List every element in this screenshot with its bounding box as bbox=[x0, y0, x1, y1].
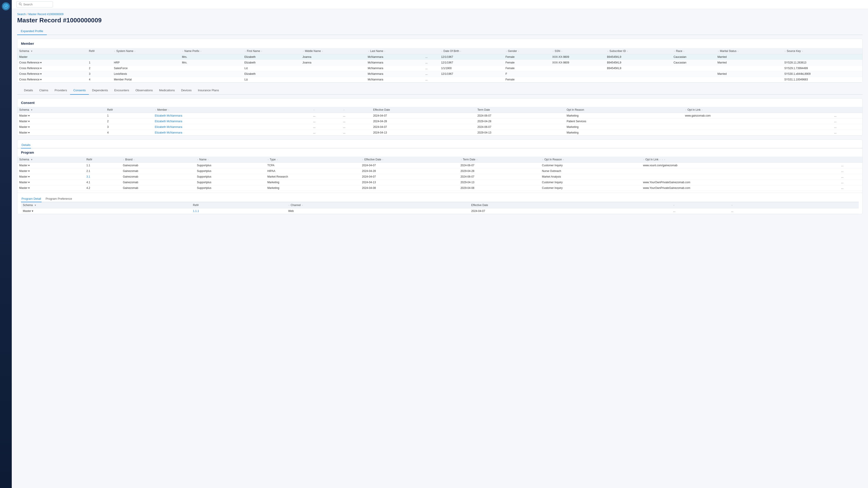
consent-col1: ... bbox=[311, 119, 341, 124]
nav-tab-insurance-plans[interactable]: Insurance Plans bbox=[195, 86, 222, 95]
cell-dob bbox=[439, 77, 504, 83]
prog-col-ref[interactable]: Ref# bbox=[85, 157, 121, 163]
consent-col-member[interactable]: ‹ Member › bbox=[153, 107, 311, 113]
nav-tab-devices[interactable]: Devices bbox=[178, 86, 195, 95]
col-prefix[interactable]: ‹ Name Prefix › bbox=[180, 48, 243, 54]
consent-table-row: Master ▾ 3 Elizabeth McNammara ... ... 2… bbox=[18, 124, 862, 130]
cell-ref: 1 bbox=[87, 60, 112, 66]
prog-detail-tab-program-detail[interactable]: Program Detail bbox=[21, 196, 41, 202]
consent-header: Consent bbox=[18, 98, 862, 107]
search-box[interactable] bbox=[16, 1, 53, 7]
nav-tab-consents[interactable]: Consents bbox=[70, 86, 89, 95]
prog-detail-tab-program-preference[interactable]: Program Preference bbox=[45, 196, 72, 202]
prog-detail-header: Schema ▼ Ref# ‹ Channel › Effective Date… bbox=[21, 202, 859, 208]
prog-col-trailing bbox=[839, 157, 862, 163]
member-table: Schema ▼ Ref# ‹ System Name › ‹ Name Pre… bbox=[18, 48, 862, 83]
cell-marital bbox=[716, 77, 782, 83]
cell-marital bbox=[716, 66, 782, 71]
nav-tab-claims[interactable]: Claims bbox=[36, 86, 52, 95]
pd-schema: Master ▾ bbox=[21, 208, 191, 214]
prog-col-term[interactable]: ‹ Term Date › bbox=[459, 157, 540, 163]
nav-tab-observations[interactable]: Observations bbox=[132, 86, 156, 95]
pd-col-schema[interactable]: Schema ▼ bbox=[21, 202, 191, 208]
pd-col-trailing1 bbox=[787, 202, 823, 208]
consent-col-nav2[interactable]: › bbox=[341, 107, 371, 113]
col-ssn[interactable]: ‹ SSN › bbox=[550, 48, 605, 54]
prog-col-name[interactable]: ‹ Name › bbox=[195, 157, 266, 163]
cell-dob: 12/1/1967 bbox=[439, 54, 504, 60]
cell-subscriber bbox=[605, 71, 672, 77]
sidebar bbox=[0, 0, 12, 488]
breadcrumb: Search / Master Record #1000000009 bbox=[17, 13, 863, 16]
prog-col-brand[interactable]: ‹ Brand › bbox=[121, 157, 195, 163]
prog-col-type[interactable]: ‹ Type › bbox=[266, 157, 360, 163]
prog-col-opt-in-link[interactable]: ‹ Opt In Link › ‹ › bbox=[641, 157, 839, 163]
pd-col-ref[interactable]: Ref# bbox=[191, 202, 286, 208]
cell-first: Elizabeth bbox=[243, 54, 301, 60]
col-gender[interactable]: ‹ Gender › bbox=[504, 48, 550, 54]
prog-col-opt-in-reason[interactable]: ‹ Opt In Reason › bbox=[540, 157, 641, 163]
consent-col-ref[interactable]: Ref# bbox=[105, 107, 153, 113]
nav-tab-providers[interactable]: Providers bbox=[51, 86, 70, 95]
pd-col2: ... bbox=[729, 208, 787, 214]
nav-tab-encounters[interactable]: Encounters bbox=[111, 86, 132, 95]
consent-member[interactable]: Elizabeth McNammara bbox=[153, 119, 311, 124]
consent-col-effective[interactable]: Effective Date bbox=[371, 107, 475, 113]
cell-race: Caucasian bbox=[672, 54, 716, 60]
col-source[interactable]: ‹ Source Key › bbox=[782, 48, 862, 54]
pd-ref[interactable]: 1.1.1 bbox=[191, 208, 286, 214]
cell-source bbox=[782, 54, 862, 60]
consent-member[interactable]: Elizabeth McNammara bbox=[153, 124, 311, 130]
prog-ref[interactable]: 4.2 bbox=[85, 185, 121, 191]
consent-term: 2024-06-07 bbox=[475, 113, 565, 119]
col-first[interactable]: ‹ First Name › bbox=[243, 48, 301, 54]
pd-trailing2 bbox=[823, 208, 859, 214]
prog-ref[interactable]: 3.1 bbox=[85, 174, 121, 180]
breadcrumb-parent[interactable]: Search bbox=[17, 13, 26, 16]
consent-col-opt-in-link[interactable]: ‹ Opt In Link › bbox=[683, 107, 832, 113]
prog-ref[interactable]: 4.1 bbox=[85, 180, 121, 185]
col-ref[interactable]: Ref# bbox=[87, 48, 112, 54]
pd-col-channel[interactable]: ‹ Channel › bbox=[286, 202, 469, 208]
prog-type: HIPAA bbox=[266, 168, 360, 174]
col-dob[interactable]: ‹ Date Of Birth › bbox=[439, 48, 504, 54]
tab-expanded-profile[interactable]: Expanded Profile bbox=[17, 28, 47, 35]
prog-brand: Gainezomab bbox=[121, 174, 195, 180]
prog-ref[interactable]: 2.1 bbox=[85, 168, 121, 174]
prog-col-schema[interactable]: Schema ▼ bbox=[18, 157, 85, 163]
pd-col-effective[interactable]: Effective Date bbox=[469, 202, 671, 208]
nav-tab-dependents[interactable]: Dependents bbox=[89, 86, 111, 95]
consent-col-schema[interactable]: Schema ▼ bbox=[18, 107, 105, 113]
col-marital[interactable]: ‹ Marital Status › bbox=[716, 48, 782, 54]
col-last[interactable]: ‹ Last Name › bbox=[366, 48, 424, 54]
consent-effective: 2024-04-13 bbox=[371, 130, 475, 135]
col-middle[interactable]: ‹ Middle Name › bbox=[301, 48, 366, 54]
consent-col-opt-in-reason[interactable]: Opt In Reason bbox=[565, 107, 683, 113]
pd-col-nav1[interactable]: ‹ bbox=[671, 202, 730, 208]
consent-col-term[interactable]: Term Date bbox=[475, 107, 565, 113]
prog-ref[interactable]: 1.1 bbox=[85, 163, 121, 168]
col-system[interactable]: ‹ System Name › bbox=[112, 48, 180, 54]
cell-middle bbox=[301, 71, 366, 77]
prog-col-effective[interactable]: ‹ Effective Date › bbox=[360, 157, 459, 163]
nav-tab-medications[interactable]: Medications bbox=[156, 86, 178, 95]
consent-col-nav1[interactable]: ‹ bbox=[311, 107, 341, 113]
col-subscriber[interactable]: ‹ Subscriber ID › bbox=[605, 48, 672, 54]
cell-dob: 12/1/1967 bbox=[439, 71, 504, 77]
cell-marital: Married bbox=[716, 60, 782, 66]
cell-system: SalesForce bbox=[112, 66, 180, 71]
col-schema[interactable]: Schema ▼ bbox=[18, 48, 87, 54]
consent-schema: Master ▾ bbox=[18, 124, 105, 130]
prog-brand: Gainezomab bbox=[121, 185, 195, 191]
sub-tab-details[interactable]: Details bbox=[21, 142, 31, 149]
consent-table: Schema ▼ Ref# ‹ Member › ‹ › Effective D… bbox=[18, 107, 862, 135]
col-race[interactable]: ‹ Race › bbox=[672, 48, 716, 54]
consent-member[interactable]: Elizabeth McNammara bbox=[153, 113, 311, 119]
pd-col1: ... bbox=[671, 208, 730, 214]
consent-member[interactable]: Elizabeth McNammara bbox=[153, 130, 311, 135]
nav-tab-details[interactable]: Details bbox=[21, 86, 36, 95]
consent-schema: Master ▾ bbox=[18, 130, 105, 135]
pd-col-nav2[interactable]: › bbox=[729, 202, 787, 208]
prog-opt-reason: Nurse Outreach bbox=[540, 168, 641, 174]
search-input[interactable] bbox=[23, 3, 51, 6]
